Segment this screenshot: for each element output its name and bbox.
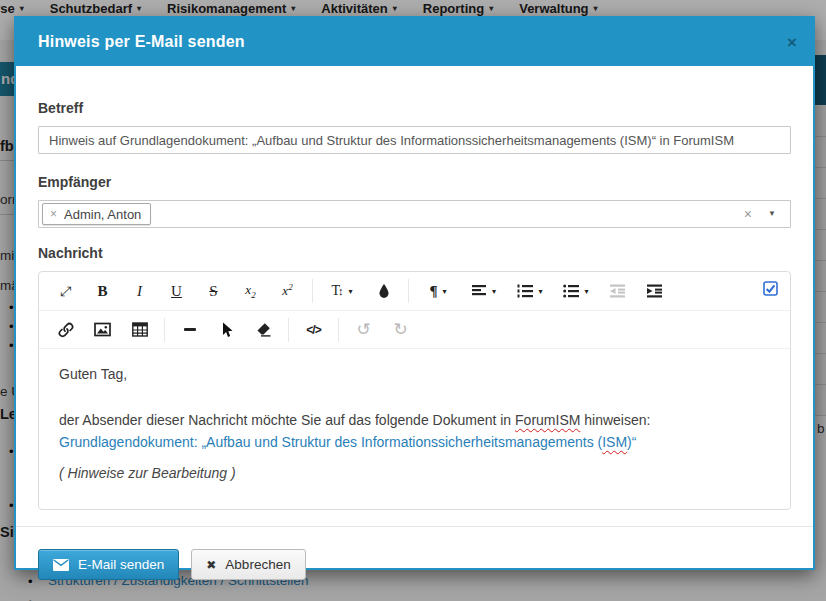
chevron-down-icon: ▾: [538, 287, 542, 296]
send-email-label: E-Mail senden: [78, 557, 164, 572]
dialog-header: Hinweis per E-Mail senden ×: [16, 18, 813, 66]
subscript-icon[interactable]: x2: [232, 277, 269, 305]
toolbar-separator: [338, 318, 339, 342]
image-icon[interactable]: [84, 316, 121, 344]
horizontal-rule-icon[interactable]: [171, 316, 208, 344]
ordered-list-icon[interactable]: ▾: [507, 277, 553, 305]
clear-selection-icon[interactable]: ×: [744, 207, 752, 221]
recipient-tag[interactable]: × Admin, Anton: [42, 203, 151, 225]
redo-icon[interactable]: ↻: [382, 316, 419, 344]
message-content-editable[interactable]: Guten Tag, der Absender dieser Nachricht…: [39, 349, 790, 509]
toolbar-separator: [288, 318, 289, 342]
cancel-label: Abbrechen: [225, 557, 290, 572]
chevron-down-icon: ▾: [443, 287, 447, 296]
link-icon[interactable]: [47, 316, 84, 344]
superscript-icon[interactable]: x2: [269, 277, 306, 305]
undo-icon[interactable]: ↺: [345, 316, 382, 344]
table-icon[interactable]: [121, 316, 158, 344]
fullscreen-icon[interactable]: ⤢: [47, 277, 84, 305]
close-icon[interactable]: ×: [787, 34, 797, 51]
text-color-icon[interactable]: [365, 277, 402, 305]
cancel-button[interactable]: ✖ Abbrechen: [191, 549, 305, 580]
richtext-editor: ⤢ B I U S x2 x2 T↕ ▾ ¶ ▾: [38, 271, 791, 510]
font-size-icon[interactable]: T↕ ▾: [319, 277, 365, 305]
document-link[interactable]: Grundlagendokument: „Aufbau und Struktur…: [59, 434, 636, 450]
message-note: ( Hinweise zur Bearbeitung ): [59, 462, 770, 484]
select-cursor-icon[interactable]: [208, 316, 245, 344]
remove-tag-icon[interactable]: ×: [50, 208, 57, 220]
checked-checkbox-icon[interactable]: [763, 281, 778, 296]
recipient-select[interactable]: × Admin, Anton × ▼: [38, 200, 791, 228]
dialog-footer: E-Mail senden ✖ Abbrechen: [16, 526, 813, 580]
strikethrough-icon[interactable]: S: [195, 277, 232, 305]
align-icon[interactable]: ▾: [461, 277, 507, 305]
bold-icon[interactable]: B: [84, 277, 121, 305]
unordered-list-icon[interactable]: ▾: [553, 277, 599, 305]
underline-icon[interactable]: U: [158, 277, 195, 305]
message-greeting: Guten Tag,: [59, 363, 770, 385]
eraser-icon[interactable]: [245, 316, 282, 344]
dialog-title: Hinweis per E-Mail senden: [38, 33, 245, 51]
dialog-body: Betreff Empfänger × Admin, Anton × ▼ Nac…: [16, 66, 813, 580]
dropdown-caret-icon[interactable]: ▼: [768, 210, 776, 218]
spellcheck-word: ForumISM: [515, 412, 580, 428]
chevron-down-icon: ▾: [584, 287, 588, 296]
cancel-x-icon: ✖: [206, 558, 216, 572]
chevron-down-icon: ▾: [492, 287, 496, 296]
email-hint-dialog: Hinweis per E-Mail senden × Betreff Empf…: [14, 16, 815, 570]
toolbar-separator: [312, 279, 313, 303]
betreff-input[interactable]: [38, 126, 791, 154]
indent-icon[interactable]: [636, 277, 673, 305]
chevron-down-icon: ▾: [349, 287, 353, 296]
code-view-icon[interactable]: </>: [295, 316, 332, 344]
editor-toolbar-row1: ⤢ B I U S x2 x2 T↕ ▾ ¶ ▾: [39, 272, 790, 311]
toolbar-separator: [408, 279, 409, 303]
italic-icon[interactable]: I: [121, 277, 158, 305]
toolbar-separator: [164, 318, 165, 342]
send-email-button[interactable]: E-Mail senden: [38, 549, 179, 580]
outdent-icon[interactable]: [599, 277, 636, 305]
betreff-label: Betreff: [38, 100, 791, 116]
spellcheck-word: ISM: [602, 434, 627, 450]
nachricht-label: Nachricht: [38, 245, 791, 261]
recipient-tag-label: Admin, Anton: [64, 207, 141, 222]
paragraph-format-icon[interactable]: ¶ ▾: [415, 277, 461, 305]
editor-toolbar-row2: </> ↺ ↻: [39, 311, 790, 349]
empfaenger-label: Empfänger: [38, 174, 791, 190]
envelope-icon: [53, 559, 69, 571]
message-body: der Absender dieser Nachricht möchte Sie…: [59, 409, 770, 453]
